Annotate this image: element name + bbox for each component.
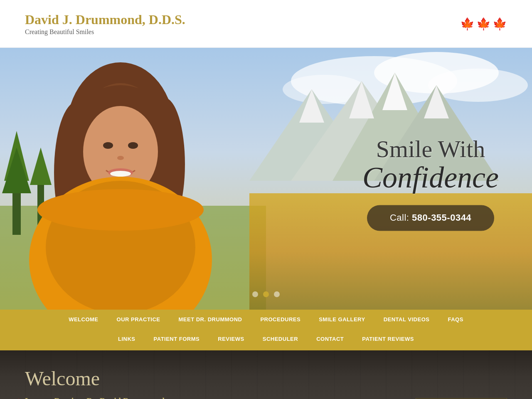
svg-point-29 xyxy=(117,156,124,160)
welcome-content: Welcome Lawton Dentist - Dr. David Drumm… xyxy=(25,367,507,399)
nav-item-links[interactable]: LINKS xyxy=(109,329,145,349)
nav-item-patient-forms[interactable]: PATIENT FORMS xyxy=(145,329,209,349)
nav-item-dental-videos[interactable]: DENTAL VIDEOS xyxy=(374,310,439,329)
nav-item-smile-gallery[interactable]: SMILE GALLERY xyxy=(310,310,374,329)
welcome-heading: Welcome xyxy=(25,367,507,390)
main-nav: WELCOME OUR PRACTICE MEET DR. DRUMMOND P… xyxy=(0,310,532,350)
nav-item-patient-reviews[interactable]: PATIENT REVIEWS xyxy=(353,329,423,349)
logo-area: David J. Drummond, D.D.S. Creating Beaut… xyxy=(25,12,185,36)
svg-point-27 xyxy=(103,142,113,149)
slide-dot-3[interactable] xyxy=(274,291,280,297)
nav-item-procedures[interactable]: PROCEDURES xyxy=(251,310,310,329)
svg-point-28 xyxy=(128,142,138,149)
hero-headline-line1: Smile With xyxy=(362,136,499,163)
welcome-section: 🍁 Welcome Lawton Dentist - Dr. David Dru… xyxy=(0,350,532,399)
header-leaves-decoration: 🍁 🍁 🍁 xyxy=(460,17,507,31)
nav-item-welcome[interactable]: WELCOME xyxy=(59,310,107,329)
site-tagline: Creating Beautiful Smiles xyxy=(25,28,185,36)
hero-headline-line2: Confidence xyxy=(362,163,499,192)
hero-cta-button[interactable]: Call: 580-355-0344 xyxy=(367,205,494,231)
slide-dot-1[interactable] xyxy=(252,291,258,297)
nav-item-meet-dr[interactable]: MEET DR. DRUMMOND xyxy=(170,310,251,329)
hero-text-overlay: Smile With Confidence Call: 580-355-0344 xyxy=(362,136,499,231)
cta-phone: 580-355-0344 xyxy=(412,212,471,223)
nav-item-reviews[interactable]: REVIEWS xyxy=(209,329,253,349)
slideshow-dots xyxy=(252,291,280,297)
leaf-icon-gold: 🍁 xyxy=(476,17,491,31)
nav-item-our-practice[interactable]: OUR PRACTICE xyxy=(108,310,170,329)
nav-item-faqs[interactable]: FAQS xyxy=(438,310,472,329)
svg-point-31 xyxy=(110,171,131,177)
nav-row-2: LINKS PATIENT FORMS REVIEWS SCHEDULER CO… xyxy=(0,329,532,350)
svg-point-35 xyxy=(37,189,204,231)
slide-dot-2[interactable] xyxy=(263,291,269,297)
welcome-subtitle: Lawton Dentist - Dr. David Drummond xyxy=(25,397,507,399)
hero-section: Smile With Confidence Call: 580-355-0344 xyxy=(0,48,532,310)
site-title: David J. Drummond, D.D.S. xyxy=(25,12,185,27)
leaf-icon-red: 🍁 xyxy=(493,17,507,31)
nav-item-scheduler[interactable]: SCHEDULER xyxy=(254,329,307,349)
leaf-icon-green: 🍁 xyxy=(460,17,475,31)
nav-row-1: WELCOME OUR PRACTICE MEET DR. DRUMMOND P… xyxy=(0,310,532,329)
cta-prefix: Call: xyxy=(390,212,412,223)
page-header: David J. Drummond, D.D.S. Creating Beaut… xyxy=(0,0,532,48)
nav-item-contact[interactable]: CONTACT xyxy=(307,329,353,349)
